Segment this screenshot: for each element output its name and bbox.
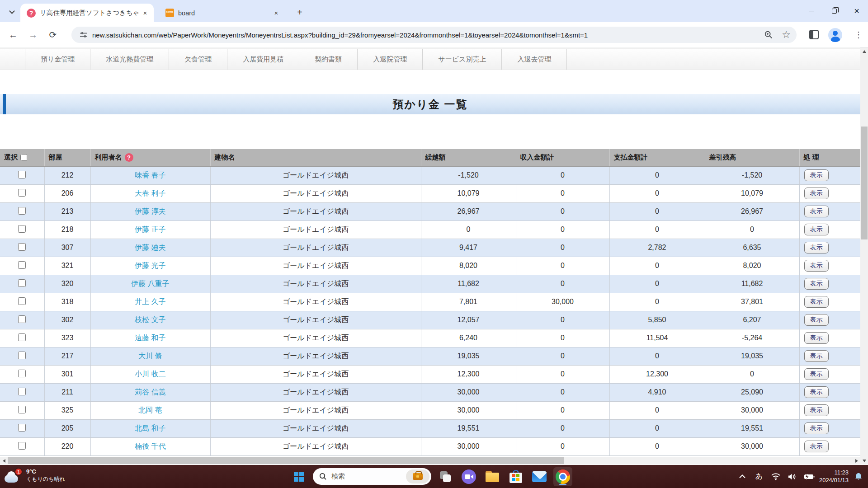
row-checkbox[interactable] [18,297,26,305]
window-restore-button[interactable] [823,0,845,22]
search-highlight[interactable] [406,469,429,483]
taskbar-clock[interactable]: 11:23 2024/01/13 [819,469,849,484]
show-button[interactable]: 表示 [804,332,829,344]
horizontal-scroll-thumb[interactable] [8,457,564,464]
show-button[interactable]: 表示 [804,278,829,290]
user-link[interactable]: 苅谷 信義 [135,388,165,396]
new-tab-button[interactable]: + [294,6,306,18]
row-checkbox[interactable] [18,207,26,215]
nav-item-5[interactable]: 入退院管理 [358,49,423,70]
profile-avatar[interactable] [828,28,842,42]
row-checkbox[interactable] [18,424,26,432]
show-button[interactable]: 表示 [804,224,829,235]
row-checkbox[interactable] [18,189,26,197]
tab-satsukichan[interactable]: ? サ高住専用経営ソフトさつきちゃん × [20,4,154,22]
user-link[interactable]: 北岡 菴 [138,406,162,414]
show-button[interactable]: 表示 [804,260,829,272]
nav-item-3[interactable]: 入居費用見積 [227,49,299,70]
chrome-app-button[interactable] [553,467,572,486]
tab-close-icon[interactable]: × [141,9,149,17]
show-button[interactable]: 表示 [804,188,829,199]
user-link[interactable]: 伊藤 八重子 [131,280,169,287]
scroll-up-arrow[interactable] [860,47,868,55]
nav-item-2[interactable]: 欠食管理 [169,49,227,70]
user-link[interactable]: 大川 脩 [138,352,162,360]
row-checkbox[interactable] [18,333,26,341]
show-button[interactable]: 表示 [804,169,829,181]
forward-button[interactable]: → [25,27,41,42]
show-button[interactable]: 表示 [804,314,829,326]
show-button[interactable]: 表示 [804,441,829,452]
show-button[interactable]: 表示 [804,350,829,362]
url-bar[interactable]: new.satsukichan.com/web/PaperWork/Moneye… [71,27,797,43]
row-checkbox[interactable] [18,225,26,233]
row-checkbox[interactable] [18,406,26,413]
zoom-icon[interactable] [764,30,773,39]
ime-indicator[interactable]: あ [752,468,766,486]
show-button[interactable]: 表示 [804,296,829,308]
row-checkbox[interactable] [18,243,26,251]
user-link[interactable]: 北島 和子 [135,424,165,432]
show-button[interactable]: 表示 [804,386,829,398]
show-button[interactable]: 表示 [804,206,829,217]
select-all-checkbox[interactable] [20,154,27,161]
show-button[interactable]: 表示 [804,368,829,380]
nav-item-7[interactable]: 入退去管理 [502,49,567,70]
notification-bell-icon[interactable] [852,468,865,486]
user-link[interactable]: 伊藤 廸夫 [135,244,165,251]
scroll-right-arrow[interactable] [853,457,860,465]
mail-app-button[interactable] [530,467,549,486]
scroll-left-arrow[interactable] [0,457,8,465]
row-checkbox[interactable] [18,279,26,287]
vertical-scrollbar[interactable] [860,47,868,465]
ms-store-button[interactable] [506,467,525,486]
file-explorer-button[interactable] [483,467,502,486]
site-info-icon[interactable] [80,31,88,39]
reload-button[interactable]: ⟳ [45,27,61,42]
help-icon[interactable]: ? [125,153,133,162]
weather-widget[interactable]: 1 9°C くもりのち晴れ [4,467,65,484]
show-button[interactable]: 表示 [804,242,829,253]
row-checkbox[interactable] [18,370,26,377]
bookmark-star-icon[interactable]: ☆ [781,30,791,40]
show-button[interactable]: 表示 [804,404,829,416]
chat-app-button[interactable] [459,467,478,486]
row-checkbox[interactable] [18,352,26,359]
row-checkbox[interactable] [18,261,26,269]
battery-icon[interactable] [802,468,816,486]
url-text[interactable]: new.satsukichan.com/web/PaperWork/Moneye… [92,31,760,39]
scroll-down-arrow[interactable] [860,457,868,465]
window-close-button[interactable]: × [845,0,868,22]
nav-item-4[interactable]: 契約書類 [299,49,358,70]
user-link[interactable]: 伊藤 正子 [135,225,165,233]
start-button[interactable] [289,467,308,486]
user-link[interactable]: 天春 利子 [135,189,165,197]
vertical-scroll-thumb[interactable] [861,127,868,239]
side-panel-icon[interactable] [809,30,819,39]
row-checkbox[interactable] [18,171,26,178]
nav-item-0[interactable]: 預り金管理 [25,49,90,70]
tray-expand-button[interactable] [736,468,749,486]
user-link[interactable]: 伊藤 光子 [135,262,165,269]
row-checkbox[interactable] [18,388,26,395]
tab-board[interactable]: norma board × [159,4,285,22]
row-checkbox[interactable] [18,315,26,323]
user-link[interactable]: 楠後 千代 [135,442,165,450]
show-button[interactable]: 表示 [804,422,829,434]
tab-search-button[interactable] [5,5,18,18]
window-minimize-button[interactable] [800,0,823,22]
back-button[interactable]: ← [5,27,21,42]
taskbar-search[interactable]: 検索 [313,468,431,485]
row-checkbox[interactable] [18,442,26,450]
browser-menu-icon[interactable]: ⋮ [852,27,865,42]
tab-close-icon[interactable]: × [272,9,280,17]
task-view-button[interactable] [436,467,455,486]
wifi-icon[interactable] [769,468,783,486]
nav-item-6[interactable]: サービス別売上 [423,49,502,70]
horizontal-scrollbar[interactable] [0,457,860,465]
user-link[interactable]: 遠藤 和子 [135,334,165,342]
user-link[interactable]: 小川 收二 [135,370,165,378]
user-link[interactable]: 井上 久子 [135,298,165,305]
user-link[interactable]: 枝松 文子 [135,316,165,324]
user-link[interactable]: 伊藤 淳夫 [135,207,165,215]
